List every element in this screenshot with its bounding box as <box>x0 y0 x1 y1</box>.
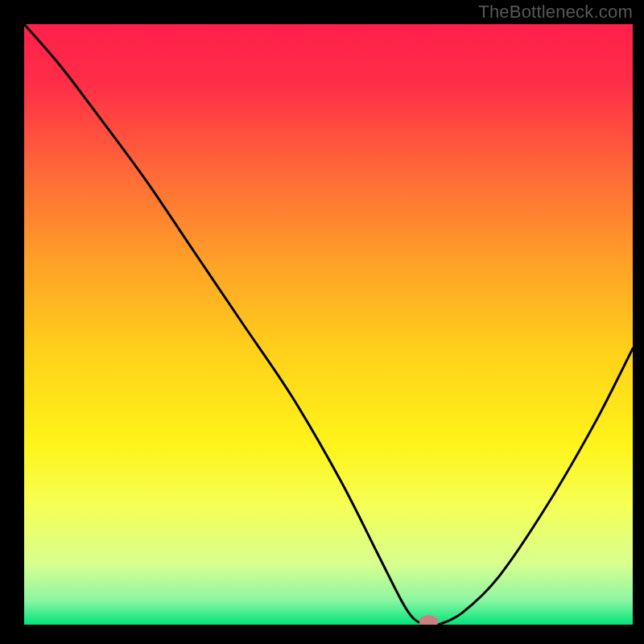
optimal-marker <box>419 615 439 628</box>
chart-frame: { "watermark": "TheBottleneck.com", "cha… <box>0 0 644 644</box>
watermark-text: TheBottleneck.com <box>478 2 633 23</box>
gradient-background <box>24 24 633 625</box>
bottleneck-chart <box>0 0 644 644</box>
